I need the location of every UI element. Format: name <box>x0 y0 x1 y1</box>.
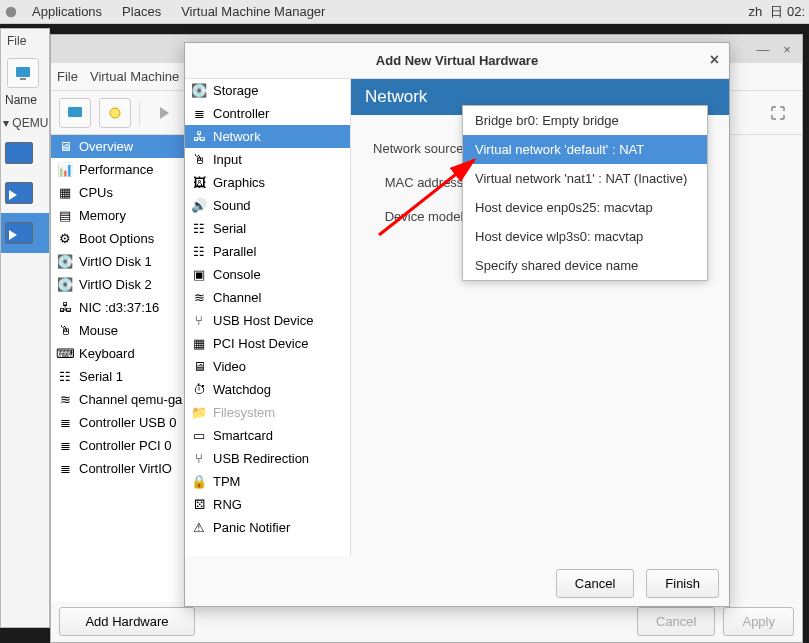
vm-running-icon <box>5 182 33 204</box>
hwtype-sound[interactable]: 🔊Sound <box>185 194 350 217</box>
tree-vm-1[interactable] <box>1 133 49 173</box>
hardware-type-list: 💽Storage ≣Controller 🖧Network 🖱Input 🖼Gr… <box>185 79 351 556</box>
hwtype-rng[interactable]: ⚄RNG <box>185 493 350 516</box>
hwtype-storage[interactable]: 💽Storage <box>185 79 350 102</box>
hw-cpus[interactable]: ▦CPUs <box>51 181 186 204</box>
watchdog-icon: ⏱ <box>191 382 207 398</box>
hwtype-input[interactable]: 🖱Input <box>185 148 350 171</box>
mac-label: MAC address: <box>365 175 475 190</box>
hw-nic[interactable]: 🖧NIC :d3:37:16 <box>51 296 186 319</box>
memory-icon: ▤ <box>57 208 73 224</box>
dialog-cancel-button[interactable]: Cancel <box>556 569 634 598</box>
dialog-finish-button[interactable]: Finish <box>646 569 719 598</box>
graphics-icon: 🖼 <box>191 175 207 191</box>
hardware-list: 🖥Overview 📊Performance ▦CPUs ▤Memory ⚙Bo… <box>51 135 187 602</box>
dropdown-item-wlp3s0[interactable]: Host device wlp3s0: macvtap <box>463 222 707 251</box>
hwtype-usbhost[interactable]: ⑂USB Host Device <box>185 309 350 332</box>
hwtype-smartcard[interactable]: ▭Smartcard <box>185 424 350 447</box>
tpm-icon: 🔒 <box>191 474 207 490</box>
menu-file[interactable]: File <box>57 69 78 84</box>
hw-memory[interactable]: ▤Memory <box>51 204 186 227</box>
console-icon: ▣ <box>191 267 207 283</box>
hw-serial1[interactable]: ☷Serial 1 <box>51 365 186 388</box>
dropdown-item-shared[interactable]: Specify shared device name <box>463 251 707 280</box>
tree-host[interactable]: ▾ QEMU <box>1 113 49 133</box>
dropdown-item-enp0s25[interactable]: Host device enp0s25: macvtap <box>463 193 707 222</box>
vmm-column-name[interactable]: Name <box>1 93 49 113</box>
fullscreen-button[interactable] <box>762 98 794 128</box>
vm-running-icon <box>5 222 33 244</box>
controller-icon: ≣ <box>57 415 73 431</box>
hw-usb[interactable]: ≣Controller USB 0 <box>51 411 186 434</box>
hwtype-graphics[interactable]: 🖼Graphics <box>185 171 350 194</box>
hw-performance[interactable]: 📊Performance <box>51 158 186 181</box>
svg-point-4 <box>110 108 120 118</box>
vmm-tree: ▾ QEMU <box>1 113 49 253</box>
places-menu[interactable]: Places <box>112 2 171 21</box>
console-button[interactable] <box>59 98 91 128</box>
menu-virtual-machine[interactable]: Virtual Machine <box>90 69 179 84</box>
vmm-toolbar <box>1 53 49 93</box>
svg-point-0 <box>6 6 17 17</box>
cancel-button[interactable]: Cancel <box>637 607 715 636</box>
vmm-menu-file[interactable]: File <box>1 29 49 53</box>
input-method-indicator[interactable]: zh <box>749 4 763 19</box>
vm-footer: Add Hardware Cancel Apply <box>59 607 794 636</box>
hwtype-serial[interactable]: ☷Serial <box>185 217 350 240</box>
add-hardware-button[interactable]: Add Hardware <box>59 607 195 636</box>
hwtype-console[interactable]: ▣Console <box>185 263 350 286</box>
hwtype-parallel[interactable]: ☷Parallel <box>185 240 350 263</box>
details-button[interactable] <box>99 98 131 128</box>
hwtype-panic[interactable]: ⚠Panic Notifier <box>185 516 350 539</box>
dialog-close-button[interactable]: × <box>710 51 719 69</box>
svg-rect-2 <box>20 78 26 80</box>
hwtype-watchdog[interactable]: ⏱Watchdog <box>185 378 350 401</box>
applications-menu[interactable]: Applications <box>22 2 112 21</box>
hw-virtio[interactable]: ≣Controller VirtIO <box>51 457 186 480</box>
date-indicator[interactable]: 日 02: <box>770 3 805 21</box>
network-source-dropdown[interactable]: Bridge br0: Empty bridge Virtual network… <box>462 105 708 281</box>
gnome-topbar: Applications Places Virtual Machine Mana… <box>0 0 809 24</box>
dialog-footer: Cancel Finish <box>556 569 719 598</box>
channel-icon: ≋ <box>191 290 207 306</box>
hw-overview[interactable]: 🖥Overview <box>51 135 186 158</box>
serial-icon: ☷ <box>57 369 73 385</box>
vm-icon <box>5 142 33 164</box>
hwtype-controller[interactable]: ≣Controller <box>185 102 350 125</box>
new-vm-button[interactable] <box>7 58 39 88</box>
serial-icon: ☷ <box>191 221 207 237</box>
svg-rect-3 <box>68 107 82 117</box>
dialog-titlebar[interactable]: Add New Virtual Hardware × <box>185 43 729 79</box>
hw-mouse[interactable]: 🖱Mouse <box>51 319 186 342</box>
dropdown-item-bridge[interactable]: Bridge br0: Empty bridge <box>463 106 707 135</box>
activities-icon <box>4 5 18 19</box>
hw-channel[interactable]: ≋Channel qemu-ga <box>51 388 186 411</box>
disk-icon: 💽 <box>191 83 207 99</box>
disk-icon: 💽 <box>57 277 73 293</box>
hwtype-video[interactable]: 🖥Video <box>185 355 350 378</box>
hwtype-network[interactable]: 🖧Network <box>185 125 350 148</box>
usb-icon: ⑂ <box>191 313 207 329</box>
svg-rect-1 <box>16 67 30 77</box>
minimize-button[interactable]: — <box>756 42 770 56</box>
controller-icon: ≣ <box>57 438 73 454</box>
dialog-title-text: Add New Virtual Hardware <box>376 53 538 68</box>
hw-pci[interactable]: ≣Controller PCI 0 <box>51 434 186 457</box>
tree-vm-3[interactable] <box>1 213 49 253</box>
dropdown-item-nat1[interactable]: Virtual network 'nat1' : NAT (Inactive) <box>463 164 707 193</box>
hw-boot[interactable]: ⚙Boot Options <box>51 227 186 250</box>
close-button[interactable]: × <box>780 42 794 56</box>
hw-keyboard[interactable]: ⌨Keyboard <box>51 342 186 365</box>
perf-icon: 📊 <box>57 162 73 178</box>
hwtype-usbredir[interactable]: ⑂USB Redirection <box>185 447 350 470</box>
app-title[interactable]: Virtual Machine Manager <box>171 2 335 21</box>
hw-disk2[interactable]: 💽VirtIO Disk 2 <box>51 273 186 296</box>
dropdown-item-default-nat[interactable]: Virtual network 'default' : NAT <box>463 135 707 164</box>
tree-vm-2[interactable] <box>1 173 49 213</box>
hwtype-channel[interactable]: ≋Channel <box>185 286 350 309</box>
hw-disk1[interactable]: 💽VirtIO Disk 1 <box>51 250 186 273</box>
hwtype-tpm[interactable]: 🔒TPM <box>185 470 350 493</box>
hwtype-pcihost[interactable]: ▦PCI Host Device <box>185 332 350 355</box>
run-button[interactable] <box>148 98 180 128</box>
apply-button[interactable]: Apply <box>723 607 794 636</box>
